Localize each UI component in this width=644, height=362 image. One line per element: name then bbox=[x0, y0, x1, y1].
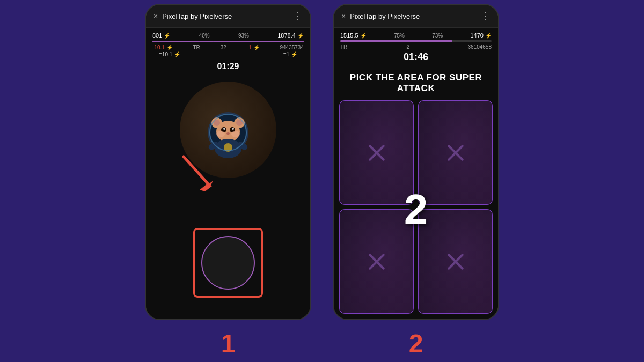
p2-lightning-right: ⚡ bbox=[485, 33, 492, 39]
svg-point-10 bbox=[232, 128, 234, 130]
step-number-2: 2 bbox=[409, 329, 423, 358]
left-rank-1: 32 bbox=[221, 45, 226, 50]
right-energy-1: 1878.4 ⚡ bbox=[277, 32, 304, 39]
p2-progress-fill bbox=[340, 40, 452, 42]
p2-right-energy: 1470 ⚡ bbox=[470, 32, 492, 39]
p2-stats-row1: 1515.5 ⚡ 75% 73% 1470 ⚡ bbox=[340, 32, 492, 39]
phone-frame-2: × PixelTap by Pixelverse ⋮ 1515.5 ⚡ 75% … bbox=[333, 4, 499, 320]
p2-progress-bar bbox=[340, 40, 492, 42]
progress-bar-1 bbox=[152, 41, 304, 42]
app-title-2: PixelTap by Pixelverse bbox=[350, 12, 420, 20]
progress-fill-right-1 bbox=[213, 41, 304, 42]
sword-icon-tl bbox=[366, 142, 387, 164]
svg-marker-20 bbox=[202, 181, 213, 189]
p2-right-id: 36104658 bbox=[467, 44, 492, 50]
more-icon-1[interactable]: ⋮ bbox=[292, 10, 303, 22]
p2-left-pct: 75% bbox=[394, 33, 405, 39]
bottom-left-1: =10.1 ⚡ bbox=[159, 51, 180, 57]
attack-grid: 2 bbox=[334, 100, 498, 319]
attack-cell-bottom-right[interactable] bbox=[418, 209, 493, 314]
attack-title: PICK THE AREA FOR SUPER ATTACK bbox=[334, 67, 498, 100]
step-number-1: 1 bbox=[221, 329, 236, 358]
right-change-1: -1 ⚡ bbox=[247, 45, 260, 50]
more-icon-2[interactable]: ⋮ bbox=[480, 10, 491, 22]
tap-box[interactable] bbox=[193, 228, 263, 298]
hamster-area bbox=[180, 82, 276, 178]
sword-icon-tr bbox=[445, 142, 466, 164]
p2-lightning-left: ⚡ bbox=[360, 33, 367, 39]
header-left-1: × PixelTap by Pixelverse bbox=[153, 12, 232, 20]
progress-fill-left-1 bbox=[152, 41, 213, 42]
p2-stats: 1515.5 ⚡ 75% 73% 1470 ⚡ TR i2 3610 bbox=[334, 28, 498, 67]
lightning-left-1: ⚡ bbox=[164, 33, 170, 39]
p2-left-label: TR bbox=[340, 44, 347, 50]
bottom-right-1: =1 ⚡ bbox=[283, 51, 297, 57]
app-title-1: PixelTap by Pixelverse bbox=[162, 12, 232, 20]
lightning-right-1: ⚡ bbox=[297, 33, 304, 39]
left-energy-1: 801 ⚡ bbox=[152, 32, 170, 39]
phone-header-1: × PixelTap by Pixelverse ⋮ bbox=[146, 5, 310, 28]
attack-cell-top-right[interactable] bbox=[418, 100, 493, 205]
sword-icon-bl bbox=[366, 251, 387, 272]
left-change-1: -10.1 ⚡ bbox=[152, 45, 173, 50]
close-icon-1[interactable]: × bbox=[153, 12, 158, 20]
sword-icon-br bbox=[445, 251, 466, 272]
attack-cell-bottom-left[interactable] bbox=[339, 209, 414, 314]
right-pct-1: 93% bbox=[238, 33, 249, 39]
p2-timer: 01:46 bbox=[340, 51, 492, 63]
svg-point-13 bbox=[231, 131, 240, 137]
stats-row1-1: 801 ⚡ 40% 93% 1878.4 ⚡ bbox=[152, 32, 304, 39]
phone1-col-wrapper: × PixelTap by Pixelverse ⋮ 801 ⚡ 40% 93%… bbox=[145, 4, 311, 358]
svg-point-9 bbox=[223, 128, 225, 130]
svg-marker-21 bbox=[200, 183, 212, 191]
stats-row2-1: -10.1 ⚡ TR 32 -1 ⚡ 94435734 bbox=[152, 45, 304, 50]
hamster-svg bbox=[193, 95, 263, 165]
header-left-2: × PixelTap by Pixelverse bbox=[341, 12, 420, 20]
bottom-labels-1: =10.1 ⚡ =1 ⚡ bbox=[152, 51, 304, 57]
left-label-1: TR bbox=[193, 45, 200, 50]
tap-circle[interactable] bbox=[201, 236, 255, 290]
phone-frame-1: × PixelTap by Pixelverse ⋮ 801 ⚡ 40% 93%… bbox=[145, 4, 311, 320]
attack-cell-top-left[interactable] bbox=[339, 100, 414, 205]
right-id-1: 94435734 bbox=[280, 45, 304, 50]
p2-left-rank: i2 bbox=[406, 44, 410, 50]
svg-point-11 bbox=[226, 132, 230, 135]
stats-bar-1: 801 ⚡ 40% 93% 1878.4 ⚡ -10.1 ⚡ TR bbox=[146, 28, 310, 77]
phone2-content: 1515.5 ⚡ 75% 73% 1470 ⚡ TR i2 3610 bbox=[334, 28, 498, 319]
p2-left-energy: 1515.5 ⚡ bbox=[340, 32, 367, 39]
phone2-wrapper: × PixelTap by Pixelverse ⋮ 1515.5 ⚡ 75% … bbox=[333, 4, 499, 358]
timer-1: 01:29 bbox=[152, 62, 304, 71]
close-icon-2[interactable]: × bbox=[341, 12, 346, 20]
p2-stats-row2: TR i2 36104658 bbox=[340, 44, 492, 50]
phone-header-2: × PixelTap by Pixelverse ⋮ bbox=[334, 5, 498, 28]
left-pct-1: 40% bbox=[199, 33, 210, 39]
hamster-circle bbox=[180, 82, 276, 178]
p2-right-pct: 73% bbox=[432, 33, 443, 39]
svg-point-12 bbox=[216, 131, 225, 137]
phone1-content: 801 ⚡ 40% 93% 1878.4 ⚡ -10.1 ⚡ TR bbox=[146, 28, 310, 319]
